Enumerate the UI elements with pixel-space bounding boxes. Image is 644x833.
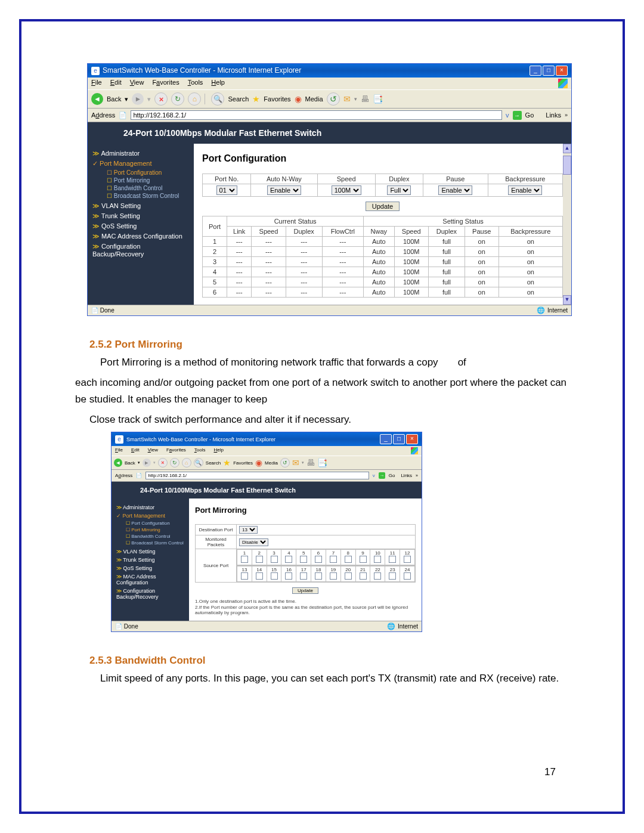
back-dd-2[interactable]: ▾ <box>138 460 140 465</box>
history-icon[interactable]: ↺ <box>327 92 340 106</box>
sidebar-portmirror-2[interactable]: Port Mirroring <box>126 527 185 533</box>
print-icon[interactable]: 🖶 <box>361 94 369 104</box>
port-checkbox-1[interactable] <box>241 556 248 563</box>
sidebar-item-bandwidth[interactable]: Bandwidth Control <box>107 184 190 192</box>
search-button-2[interactable]: Search <box>206 460 221 466</box>
scroll-up-icon[interactable]: ▲ <box>563 144 571 153</box>
select-duplex[interactable]: Full <box>387 185 411 195</box>
maximize-button-2[interactable]: □ <box>393 434 405 444</box>
select-portno[interactable]: 01 <box>216 185 237 195</box>
port-checkbox-3[interactable] <box>271 556 278 563</box>
port-checkbox-12[interactable] <box>404 556 411 563</box>
back-dropdown-icon[interactable]: ▾ <box>125 95 128 103</box>
port-checkbox-10[interactable] <box>374 556 381 563</box>
port-checkbox-8[interactable] <box>345 556 352 563</box>
menu-file-2[interactable]: File <box>115 447 123 454</box>
menu-view[interactable]: View <box>130 79 144 88</box>
go-icon[interactable]: → <box>513 111 522 120</box>
forward-icon-2[interactable]: ► <box>143 459 151 467</box>
menu-view-2[interactable]: View <box>148 447 158 454</box>
go-button-2[interactable]: Go <box>389 473 395 478</box>
port-checkbox-5[interactable] <box>300 556 307 563</box>
port-checkbox-18[interactable] <box>315 572 322 580</box>
links-label[interactable]: Links <box>546 112 561 119</box>
mail-dropdown-icon[interactable]: ▾ <box>354 96 357 102</box>
back-icon-2[interactable]: ◄ <box>114 459 122 467</box>
port-checkbox-22[interactable] <box>374 572 381 580</box>
sidebar-portconfig-2[interactable]: Port Configuration <box>126 520 185 527</box>
select-monpackets[interactable]: Disable <box>239 538 268 546</box>
discuss-icon[interactable]: 📑 <box>373 94 383 104</box>
links-chevron-icon[interactable]: » <box>565 112 568 118</box>
refresh-icon-2[interactable]: ↻ <box>170 458 179 467</box>
menu-file[interactable]: File <box>91 79 102 88</box>
discuss-icon-2[interactable]: 📑 <box>317 458 327 467</box>
port-checkbox-6[interactable] <box>315 556 322 563</box>
media-button[interactable]: Media <box>305 95 323 103</box>
scroll-thumb[interactable] <box>563 156 571 175</box>
stop-icon-2[interactable]: × <box>158 458 168 467</box>
port-checkbox-14[interactable] <box>256 572 263 580</box>
back-button[interactable]: Back <box>107 95 121 103</box>
search-button[interactable]: Search <box>228 95 249 103</box>
forward-icon[interactable]: ► <box>132 93 144 105</box>
sidebar-broadcast-2[interactable]: Broadcast Storm Control <box>126 540 185 546</box>
scroll-down-icon[interactable]: ▼ <box>563 295 571 305</box>
sidebar-item-qos[interactable]: QoS Setting <box>92 222 190 230</box>
port-checkbox-4[interactable] <box>285 556 292 563</box>
port-checkbox-23[interactable] <box>389 572 396 580</box>
port-checkbox-2[interactable] <box>256 556 263 563</box>
menu-favorites[interactable]: Favorites <box>152 79 179 88</box>
port-checkbox-16[interactable] <box>285 572 292 580</box>
fwd-dropdown-icon[interactable]: ▾ <box>147 95 151 103</box>
address-input-2[interactable] <box>145 472 369 479</box>
sidebar-item-portconfig[interactable]: Port Configuration <box>107 169 190 176</box>
sidebar-item-admin[interactable]: Administrator <box>92 150 190 157</box>
select-bp[interactable]: Enable <box>508 185 542 195</box>
sidebar-qos-2[interactable]: QoS Setting <box>116 565 185 571</box>
refresh-icon[interactable]: ↻ <box>171 92 184 106</box>
select-pause[interactable]: Enable <box>438 185 472 195</box>
sidebar-vlan-2[interactable]: VLAN Setting <box>116 549 185 555</box>
favorites-button-2[interactable]: Favorites <box>233 460 253 466</box>
menu-favorites-2[interactable]: Favorites <box>166 447 186 454</box>
sidebar-item-trunk[interactable]: Trunk Setting <box>92 212 190 220</box>
media-icon-2[interactable]: ◉ <box>255 458 262 467</box>
search-icon[interactable]: 🔍 <box>211 92 224 106</box>
addr-dropdown-icon[interactable]: v <box>506 112 509 119</box>
addr-dd-2[interactable]: v <box>373 473 375 478</box>
port-checkbox-15[interactable] <box>271 572 278 580</box>
sidebar-item-vlan[interactable]: VLAN Setting <box>92 202 190 210</box>
sidebar-portmgmt-2[interactable]: Port Management <box>116 513 185 519</box>
go-button[interactable]: Go <box>525 112 534 119</box>
sidebar-item-mac[interactable]: MAC Address Configuration <box>92 233 190 240</box>
home-icon[interactable]: ⌂ <box>188 92 201 106</box>
port-checkbox-9[interactable] <box>360 556 367 563</box>
back-button-2[interactable]: Back <box>125 460 135 466</box>
links-label-2[interactable]: Links <box>401 473 412 478</box>
menu-edit[interactable]: Edit <box>110 79 122 88</box>
close-button-2[interactable]: × <box>406 434 418 444</box>
menu-tools[interactable]: Tools <box>188 79 203 88</box>
menu-help-2[interactable]: Help <box>214 447 224 454</box>
back-icon[interactable]: ◄ <box>91 93 103 105</box>
menu-edit-2[interactable]: Edit <box>131 447 140 454</box>
port-checkbox-21[interactable] <box>360 572 367 580</box>
favorites-button[interactable]: Favorites <box>264 95 290 103</box>
port-checkbox-24[interactable] <box>404 572 411 580</box>
sidebar-trunk-2[interactable]: Trunk Setting <box>116 557 185 563</box>
port-checkbox-20[interactable] <box>345 572 352 580</box>
history-icon-2[interactable]: ↺ <box>280 458 290 467</box>
port-checkbox-17[interactable] <box>300 572 307 580</box>
mail-icon-2[interactable]: ✉ <box>292 458 299 467</box>
port-checkbox-11[interactable] <box>389 556 396 563</box>
select-anw[interactable]: Enable <box>267 185 301 195</box>
favorites-icon[interactable]: ★ <box>252 94 260 104</box>
sidebar-item-broadcast[interactable]: Broadcast Storm Control <box>107 192 190 200</box>
menu-tools-2[interactable]: Tools <box>194 447 206 454</box>
port-checkbox-7[interactable] <box>330 556 337 563</box>
sidebar-bandwidth-2[interactable]: Bandwidth Control <box>126 533 185 540</box>
port-checkbox-19[interactable] <box>330 572 337 580</box>
home-icon-2[interactable]: ⌂ <box>182 458 191 467</box>
close-button[interactable]: × <box>556 66 568 76</box>
